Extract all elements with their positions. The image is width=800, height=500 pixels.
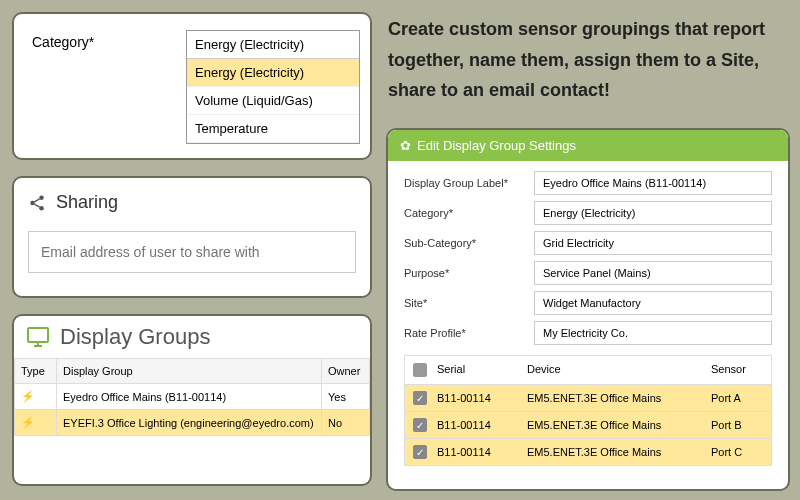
sensor-row[interactable]: ✓ B11-00114 EM5.ENET.3E Office Mains Por… <box>404 412 772 439</box>
svg-line-3 <box>34 198 39 201</box>
sensor-serial: B11-00114 <box>437 446 527 458</box>
share-icon <box>28 194 46 212</box>
sensor-table-head: Serial Device Sensor <box>404 355 772 385</box>
table-row[interactable]: ⚡ Eyedro Office Mains (B11-00114) Yes <box>15 384 370 410</box>
sensor-port: Port B <box>711 419 763 431</box>
sensor-row[interactable]: ✓ B11-00114 EM5.ENET.3E Office Mains Por… <box>404 439 772 466</box>
checkbox-all[interactable] <box>413 363 427 377</box>
category-label: Category* <box>32 30 186 144</box>
sensor-device: EM5.ENET.3E Office Mains <box>527 419 711 431</box>
field-label: Display Group Label* <box>404 177 534 189</box>
settings-card: ✿ Edit Display Group Settings Display Gr… <box>386 128 790 491</box>
field-label: Site* <box>404 297 534 309</box>
sharing-card: Sharing <box>12 176 372 298</box>
site-input[interactable] <box>534 291 772 315</box>
monitor-icon <box>26 325 50 349</box>
sharing-header: Sharing <box>28 192 356 213</box>
category-selected[interactable]: Energy (Electricity) <box>187 31 359 59</box>
sensor-serial: B11-00114 <box>437 392 527 404</box>
checkbox[interactable]: ✓ <box>413 418 427 432</box>
field-label: Purpose* <box>404 267 534 279</box>
sensor-port: Port A <box>711 392 763 404</box>
field-label: Rate Profile* <box>404 327 534 339</box>
sensor-device: EM5.ENET.3E Office Mains <box>527 446 711 458</box>
col-serial: Serial <box>437 363 527 377</box>
row-owner: No <box>322 410 370 436</box>
svg-rect-5 <box>28 328 48 342</box>
row-group: EYEFI.3 Office Lighting (engineering@eye… <box>57 410 322 436</box>
bolt-icon: ⚡ <box>15 384 57 410</box>
category-option[interactable]: Temperature <box>187 115 359 143</box>
category-dropdown[interactable]: Energy (Electricity) Energy (Electricity… <box>186 30 360 144</box>
sensor-device: EM5.ENET.3E Office Mains <box>527 392 711 404</box>
display-groups-header: Display Groups <box>14 316 370 358</box>
category-option[interactable]: Energy (Electricity) <box>187 59 359 87</box>
field-label: Category* <box>404 207 534 219</box>
col-owner[interactable]: Owner <box>322 359 370 384</box>
field-label: Sub-Category* <box>404 237 534 249</box>
category-input[interactable] <box>534 201 772 225</box>
category-card: Category* Energy (Electricity) Energy (E… <box>12 12 372 160</box>
checkbox[interactable]: ✓ <box>413 445 427 459</box>
settings-title: Edit Display Group Settings <box>417 138 576 153</box>
sensor-serial: B11-00114 <box>437 419 527 431</box>
sensor-port: Port C <box>711 446 763 458</box>
promo-text: Create custom sensor groupings that repo… <box>388 14 788 106</box>
rate-profile-input[interactable] <box>534 321 772 345</box>
svg-point-0 <box>39 195 44 200</box>
display-groups-table: Type Display Group Owner ⚡ Eyedro Office… <box>14 358 370 436</box>
row-owner: Yes <box>322 384 370 410</box>
display-groups-title: Display Groups <box>60 324 210 350</box>
display-groups-card: Display Groups Type Display Group Owner … <box>12 314 372 486</box>
purpose-input[interactable] <box>534 261 772 285</box>
col-type[interactable]: Type <box>15 359 57 384</box>
sharing-title: Sharing <box>56 192 118 213</box>
display-group-label-input[interactable] <box>534 171 772 195</box>
bolt-icon: ⚡ <box>15 410 57 436</box>
checkbox[interactable]: ✓ <box>413 391 427 405</box>
category-option[interactable]: Volume (Liquid/Gas) <box>187 87 359 115</box>
col-group[interactable]: Display Group <box>57 359 322 384</box>
sharing-email-input[interactable] <box>28 231 356 273</box>
col-device: Device <box>527 363 711 377</box>
sub-category-input[interactable] <box>534 231 772 255</box>
svg-point-1 <box>30 200 35 205</box>
col-sensor: Sensor <box>711 363 763 377</box>
table-row[interactable]: ⚡ EYEFI.3 Office Lighting (engineering@e… <box>15 410 370 436</box>
gear-icon: ✿ <box>400 138 411 153</box>
row-group: Eyedro Office Mains (B11-00114) <box>57 384 322 410</box>
svg-line-4 <box>34 204 39 207</box>
svg-point-2 <box>39 206 44 211</box>
settings-header: ✿ Edit Display Group Settings <box>388 130 788 161</box>
sensor-row[interactable]: ✓ B11-00114 EM5.ENET.3E Office Mains Por… <box>404 385 772 412</box>
